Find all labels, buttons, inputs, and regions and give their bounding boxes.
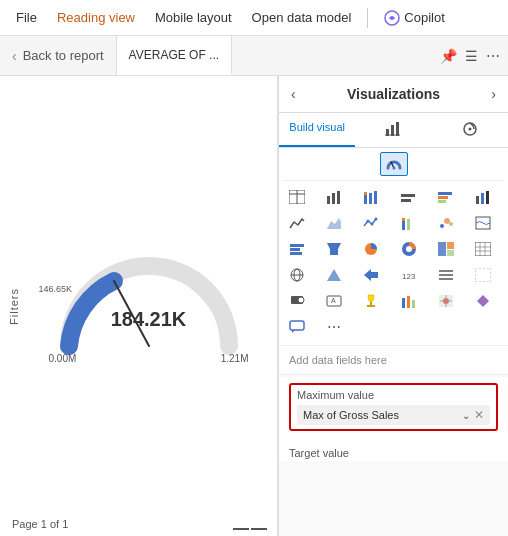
- viz-icons-section: 123 A: [279, 148, 508, 346]
- viz-icon-column[interactable]: [395, 185, 423, 209]
- viz-icon-stacked-col[interactable]: [432, 185, 460, 209]
- viz-icon-pie[interactable]: [357, 237, 385, 261]
- field-tag-actions: ⌄ ✕: [462, 408, 484, 422]
- viz-icon-bar-chart2[interactable]: [395, 289, 423, 313]
- viz-icon-trophy[interactable]: [357, 289, 385, 313]
- add-data-fields: Add data fields here: [279, 346, 508, 375]
- viz-icon-bar3[interactable]: [283, 237, 311, 261]
- field-tag-chevron-icon[interactable]: ⌄: [462, 410, 470, 421]
- maximum-value-box: Maximum value Max of Gross Sales ⌄ ✕: [289, 383, 498, 431]
- maximum-value-section: Maximum value Max of Gross Sales ⌄ ✕: [279, 377, 508, 441]
- tab-build-visual[interactable]: Build visual: [279, 113, 355, 147]
- menu-open-data-model[interactable]: Open data model: [244, 6, 360, 29]
- viz-icon-more-viz[interactable]: ⋯: [320, 315, 348, 339]
- viz-icon-speech[interactable]: [283, 315, 311, 339]
- viz-icon-map[interactable]: [469, 211, 497, 235]
- back-chevron-icon: ‹: [12, 48, 17, 64]
- menu-mobile-layout[interactable]: Mobile layout: [147, 6, 240, 29]
- svg-point-8: [392, 167, 395, 170]
- viz-icon-shape[interactable]: [320, 263, 348, 287]
- menu-reading-view[interactable]: Reading view: [49, 6, 143, 29]
- page-indicator: Page 1 of 1: [12, 518, 68, 530]
- field-tag-text: Max of Gross Sales: [303, 409, 399, 421]
- viz-icon-card[interactable]: A: [320, 289, 348, 313]
- active-tab-label: AVERAGE OF ...: [129, 48, 219, 62]
- copilot-icon: [384, 10, 400, 26]
- viz-icon-line2[interactable]: [357, 211, 385, 235]
- average-tab[interactable]: AVERAGE OF ...: [117, 36, 232, 75]
- field-tag-gross-sales[interactable]: Max of Gross Sales ⌄ ✕: [297, 405, 490, 425]
- back-to-report-tab[interactable]: ‹ Back to report: [0, 36, 117, 75]
- field-tag-close-icon[interactable]: ✕: [474, 408, 484, 422]
- viz-icon-123[interactable]: 123: [395, 263, 423, 287]
- menu-copilot[interactable]: Copilot: [376, 6, 452, 30]
- viz-icon-table[interactable]: [283, 185, 311, 209]
- svg-point-29: [371, 223, 374, 226]
- viz-icon-gauge-selected[interactable]: [380, 152, 408, 176]
- format-icon: [385, 121, 401, 137]
- svg-rect-31: [402, 221, 405, 230]
- tab-bar: ‹ Back to report AVERAGE OF ... 📌 ☰ ⋯: [0, 36, 508, 76]
- gauge-value: 184.21K: [111, 308, 187, 331]
- svg-rect-20: [401, 199, 411, 202]
- menu-file[interactable]: File: [8, 6, 45, 29]
- viz-icon-scatter[interactable]: [432, 211, 460, 235]
- tab-format[interactable]: [355, 113, 431, 147]
- filter-icon[interactable]: ☰: [465, 48, 478, 64]
- svg-rect-21: [438, 192, 452, 195]
- viz-icon-treemap[interactable]: [432, 237, 460, 261]
- main-area: Filters 146.65K 184.21K 0.00M: [0, 76, 508, 536]
- more-icon[interactable]: ⋯: [486, 48, 500, 64]
- viz-icon-list-viz[interactable]: [432, 263, 460, 287]
- svg-rect-32: [402, 218, 405, 221]
- viz-icon-bar[interactable]: [320, 185, 348, 209]
- pin-icon[interactable]: 📌: [440, 48, 457, 64]
- tab-analytics[interactable]: [432, 113, 508, 147]
- back-to-report-label: Back to report: [23, 48, 104, 63]
- svg-marker-56: [364, 269, 378, 281]
- svg-point-63: [298, 297, 304, 303]
- page-line-indicator: [233, 528, 267, 530]
- viz-icon-stacked-bar[interactable]: [357, 185, 385, 209]
- viz-icon-funnel[interactable]: [320, 237, 348, 261]
- viz-icon-map2[interactable]: [432, 289, 460, 313]
- svg-marker-55: [327, 269, 341, 281]
- svg-rect-18: [374, 191, 377, 204]
- svg-rect-66: [370, 302, 372, 305]
- viz-icon-mountain[interactable]: [320, 211, 348, 235]
- viz-row-6: ⋯: [283, 315, 504, 339]
- viz-icon-bar2[interactable]: [395, 211, 423, 235]
- svg-rect-40: [290, 252, 302, 255]
- svg-rect-19: [401, 194, 415, 197]
- svg-point-72: [443, 298, 449, 304]
- svg-rect-38: [290, 244, 304, 247]
- svg-rect-33: [407, 219, 410, 230]
- filters-label: Filters: [8, 288, 20, 325]
- viz-icon-blank[interactable]: [469, 263, 497, 287]
- svg-point-35: [444, 218, 450, 224]
- svg-rect-68: [402, 298, 405, 308]
- viz-icon-donut[interactable]: [395, 237, 423, 261]
- viz-icon-grid2[interactable]: [469, 237, 497, 261]
- viz-icon-globe[interactable]: [283, 263, 311, 287]
- svg-rect-23: [438, 200, 446, 203]
- viz-icon-arrow[interactable]: [357, 263, 385, 287]
- gauge-side-label: 146.65K: [39, 284, 73, 294]
- svg-marker-75: [292, 330, 295, 333]
- svg-rect-39: [290, 248, 300, 251]
- gauge-min: 0.00M: [49, 353, 77, 364]
- viz-icon-flag[interactable]: [283, 289, 311, 313]
- viz-icon-diamond[interactable]: [469, 289, 497, 313]
- viz-icon-area[interactable]: [283, 211, 311, 235]
- viz-icon-line[interactable]: [469, 185, 497, 209]
- svg-marker-41: [327, 243, 341, 255]
- svg-rect-15: [364, 195, 367, 204]
- svg-rect-24: [476, 196, 479, 204]
- menu-bar: File Reading view Mobile layout Open dat…: [0, 0, 508, 36]
- svg-rect-25: [481, 193, 484, 204]
- viz-nav-forward[interactable]: ›: [489, 84, 498, 104]
- svg-rect-69: [407, 296, 410, 308]
- gauge-area: 146.65K 184.21K 0.00M 1.21M: [20, 96, 277, 506]
- viz-nav-back[interactable]: ‹: [289, 84, 298, 104]
- svg-rect-13: [332, 193, 335, 204]
